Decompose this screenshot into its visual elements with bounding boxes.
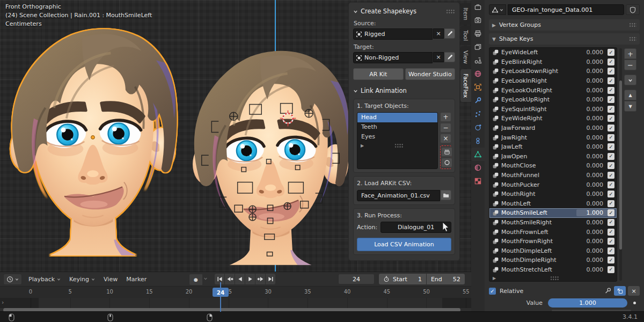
shape-key-row[interactable]: MouthLeft 0.000 ✓: [489, 199, 617, 209]
list-remove-button[interactable]: −: [440, 123, 451, 133]
shape-key-value[interactable]: 0.000: [576, 247, 608, 254]
shape-key-value[interactable]: 0.000: [576, 106, 608, 113]
frame-start-field[interactable]: Start1: [379, 274, 426, 284]
shape-key-value[interactable]: 0.000: [576, 238, 608, 245]
tab-object-icon[interactable]: [471, 80, 485, 94]
shape-key-row[interactable]: JawForward 0.000 ✓: [489, 123, 617, 133]
shape-key-enabled-checkbox[interactable]: ✓: [608, 209, 614, 216]
shape-key-value[interactable]: 0.000: [576, 58, 608, 65]
shape-key-row[interactable]: MouthClose 0.000 ✓: [489, 161, 617, 171]
tab-faceflex[interactable]: FaceFlex: [460, 69, 471, 102]
move-up-button[interactable]: ▲: [624, 90, 636, 100]
target-eyedropper-button[interactable]: [444, 52, 455, 62]
shape-key-row[interactable]: EyeWideLeft 0.000 ✓: [489, 48, 617, 57]
shape-key-value[interactable]: 0.000: [576, 162, 608, 169]
scrollbar-thumb[interactable]: [619, 80, 622, 250]
editor-type-dropdown[interactable]: [3, 274, 22, 285]
jump-to-end-button[interactable]: [266, 274, 275, 284]
circle-icon-button[interactable]: [441, 158, 452, 167]
shape-key-row[interactable]: EyeSquintRight 0.000 ✓: [489, 105, 617, 114]
shape-key-value[interactable]: 0.000: [576, 77, 608, 84]
shape-key-row[interactable]: MouthPucker 0.000 ✓: [489, 180, 617, 189]
source-eyedropper-button[interactable]: [444, 28, 455, 39]
shape-key-row[interactable]: MouthFrownRight 0.000 ✓: [489, 237, 617, 246]
fake-user-shield-button[interactable]: [626, 4, 640, 15]
create-shapekeys-header[interactable]: Create Shapekeys: [353, 6, 455, 16]
timeline-ruler[interactable]: 24 0510152025303540455055: [0, 287, 471, 298]
tab-physics-icon[interactable]: [471, 121, 485, 134]
target-object-row[interactable]: Head: [357, 113, 437, 122]
shape-key-value[interactable]: 0.000: [576, 87, 608, 94]
relative-checkbox[interactable]: ✓: [489, 288, 496, 295]
shape-key-value[interactable]: 0.000: [576, 229, 608, 236]
panel-drag-grip[interactable]: [446, 9, 455, 14]
shape-key-row[interactable]: EyeLookUpRight 0.000 ✓: [489, 95, 617, 105]
shape-key-row[interactable]: EyeWideRight 0.000 ✓: [489, 114, 617, 123]
tab-view[interactable]: View: [460, 46, 471, 68]
shape-key-enabled-checkbox[interactable]: ✓: [608, 200, 614, 207]
playhead-line[interactable]: [220, 282, 221, 312]
shape-key-enabled-checkbox[interactable]: ✓: [608, 134, 614, 141]
current-frame-badge[interactable]: 24: [213, 288, 229, 297]
tab-tool[interactable]: Tool: [460, 26, 471, 45]
target-object-row[interactable]: Teeth: [357, 122, 437, 132]
shape-key-enabled-checkbox[interactable]: ✓: [608, 49, 614, 56]
shape-key-row[interactable]: JawRight 0.000 ✓: [489, 133, 617, 142]
tab-viewlayer-icon[interactable]: [471, 40, 485, 54]
tab-item[interactable]: Item: [460, 3, 471, 25]
shape-key-value[interactable]: 0.000: [576, 125, 608, 131]
shape-key-enabled-checkbox[interactable]: ✓: [608, 106, 614, 113]
shape-key-row[interactable]: JawOpen 0.000 ✓: [489, 152, 617, 162]
shape-key-row[interactable]: MouthFunnel 0.000 ✓: [489, 171, 617, 180]
tab-scene-icon[interactable]: [471, 54, 485, 67]
menu-keying[interactable]: Keying: [69, 276, 95, 283]
shape-key-enabled-checkbox[interactable]: ✓: [608, 181, 614, 188]
datablock-name-field[interactable]: GEO-rain_tongue_Data.001: [508, 4, 624, 15]
shape-key-value[interactable]: 0.000: [576, 68, 608, 75]
shape-key-enabled-checkbox[interactable]: ✓: [608, 247, 614, 254]
shapekey-add-button[interactable]: +: [624, 48, 636, 59]
shapekey-edit-mode-toggle[interactable]: [614, 286, 626, 296]
shape-key-row[interactable]: MouthSmileLeft 1.000 ✓: [489, 208, 617, 218]
shape-key-value[interactable]: 0.000: [576, 257, 608, 264]
shape-key-row[interactable]: JawLeft 0.000 ✓: [489, 142, 617, 152]
shape-key-enabled-checkbox[interactable]: ✓: [608, 87, 614, 94]
shape-key-enabled-checkbox[interactable]: ✓: [608, 143, 614, 150]
shape-key-row[interactable]: MouthRight 0.000 ✓: [489, 189, 617, 199]
shape-key-row[interactable]: EyeLookInRight 0.000 ✓: [489, 76, 617, 86]
shape-key-enabled-checkbox[interactable]: ✓: [608, 238, 614, 245]
panel-drag-grip[interactable]: [629, 23, 636, 27]
expand-chevron-icon[interactable]: ›: [2, 299, 4, 306]
load-csv-animation-button[interactable]: Load CSV Animation: [357, 238, 451, 251]
arkit-button[interactable]: AR Kit: [353, 68, 404, 80]
shape-key-enabled-checkbox[interactable]: ✓: [608, 153, 614, 160]
shape-key-value[interactable]: 0.000: [576, 172, 608, 179]
target-objects-list[interactable]: HeadTeethEyes▶: [357, 112, 438, 169]
current-frame-field[interactable]: 24: [338, 274, 375, 284]
menu-view[interactable]: View: [104, 276, 118, 283]
action-clip-icon-button[interactable]: [441, 147, 452, 157]
shape-key-value[interactable]: 0.000: [576, 153, 608, 160]
shape-key-row[interactable]: EyeLookOutRight 0.000 ✓: [489, 85, 617, 95]
play-button[interactable]: [245, 274, 255, 284]
shape-key-value[interactable]: 0.000: [576, 115, 608, 122]
tab-output-icon[interactable]: [471, 27, 485, 40]
shape-key-enabled-checkbox[interactable]: ✓: [608, 266, 614, 273]
tab-particles-icon[interactable]: [471, 107, 485, 121]
tab-constraints-icon[interactable]: [471, 134, 485, 148]
keyframe-decorator-dot[interactable]: [633, 302, 636, 304]
shape-key-enabled-checkbox[interactable]: ✓: [608, 162, 614, 169]
target-clear-button[interactable]: ×: [433, 52, 444, 62]
shape-key-row[interactable]: EyeBlinkRight 0.000 ✓: [489, 57, 617, 67]
link-animation-header[interactable]: Link Animation: [353, 86, 455, 96]
shape-key-enabled-checkbox[interactable]: ✓: [608, 77, 614, 84]
shape-keys-panel-header[interactable]: ▼ Shape Keys: [489, 33, 640, 45]
vertex-groups-panel-header[interactable]: ▶ Vertex Groups: [489, 19, 640, 31]
list-add-button[interactable]: +: [440, 112, 451, 122]
csv-path-field[interactable]: Face_Animation_01.csv: [357, 190, 440, 201]
character-head-selected[interactable]: [3, 13, 182, 255]
shape-key-row[interactable]: MouthFrownLeft 0.000 ✓: [489, 227, 617, 237]
shape-key-enabled-checkbox[interactable]: ✓: [608, 68, 614, 75]
menu-marker[interactable]: Marker: [126, 276, 147, 283]
play-reverse-button[interactable]: [235, 274, 245, 284]
